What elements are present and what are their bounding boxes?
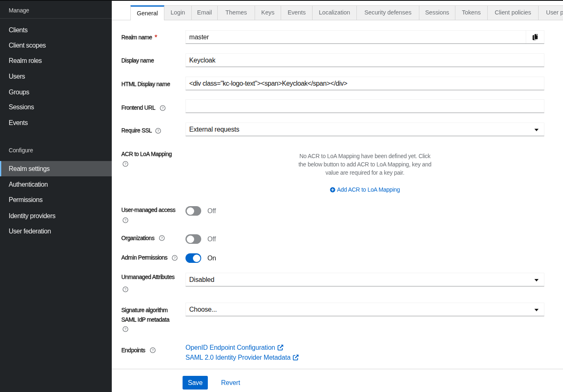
svg-text:?: ? bbox=[124, 327, 126, 331]
svg-text:?: ? bbox=[124, 287, 126, 291]
svg-text:?: ? bbox=[124, 218, 126, 222]
svg-text:?: ? bbox=[152, 348, 154, 352]
svg-text:?: ? bbox=[157, 129, 159, 133]
svg-text:?: ? bbox=[161, 106, 164, 110]
svg-text:?: ? bbox=[124, 162, 126, 166]
svg-text:?: ? bbox=[173, 256, 176, 260]
svg-text:?: ? bbox=[161, 236, 163, 240]
